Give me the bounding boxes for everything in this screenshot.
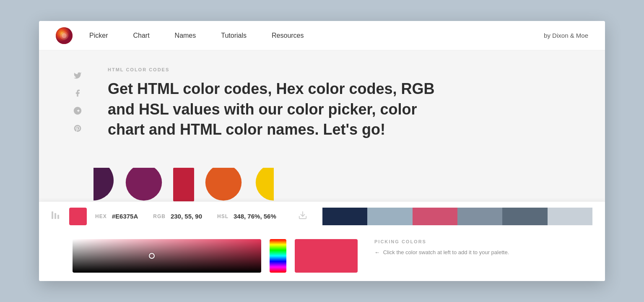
color-picker-bar: HEX #E6375A RGB 230, 55, 90 HSL 348, 76%… [39,201,605,231]
bottom-section: PICKING COLORS ← Click the color swatch … [39,231,605,281]
nav-item-chart[interactable]: Chart [133,32,149,39]
svg-rect-12 [55,213,56,219]
gradient-cursor[interactable] [149,253,155,259]
googleplus-icon[interactable] [73,106,83,116]
picking-arrow: ← [374,249,380,255]
svg-point-8 [205,168,242,200]
nav-links: Picker Chart Names Tutorials Resources [89,32,544,39]
picking-info: PICKING COLORS ← Click the color swatch … [366,239,571,273]
svg-point-3 [62,33,67,38]
picking-label: PICKING COLORS [374,239,571,244]
picking-desc: ← Click the color swatch at left to add … [374,248,571,257]
rgb-value: 230, 55, 90 [171,213,202,220]
main-content: HTML COLOR CODES Get HTML color codes, H… [39,50,605,281]
nav-item-resources[interactable]: Resources [272,32,304,39]
twitter-icon[interactable] [73,70,83,81]
hero-heading: Get HTML color codes, Hex color codes, R… [108,79,435,140]
hex-value: #E6375A [112,213,138,220]
nav-item-tutorials[interactable]: Tutorials [221,32,247,39]
rgb-label: RGB [153,213,166,219]
color-card-4 [253,168,295,201]
brand-credit: by Dixon & Moe [544,32,588,39]
hsl-info: HSL 348, 76%, 56% [217,213,276,220]
navbar: Picker Chart Names Tutorials Resources b… [39,21,605,50]
bars-icon [52,211,61,221]
color-card-0 [73,168,114,201]
color-card-1 [123,168,165,201]
palette-swatch-5[interactable] [548,208,592,225]
palette-swatch-0[interactable] [322,208,367,225]
facebook-icon[interactable] [73,88,83,98]
palette-swatch-3[interactable] [457,208,502,225]
color-card-3 [203,168,244,201]
svg-rect-11 [52,211,53,219]
hsl-label: HSL [217,213,229,219]
hsl-value: 348, 76%, 56% [234,213,276,220]
svg-point-6 [126,168,162,200]
color-card-2 [173,168,194,201]
palette-swatch-1[interactable] [367,208,412,225]
logo[interactable] [56,27,73,44]
nav-item-names[interactable]: Names [175,32,196,39]
picking-desc-text: Click the color swatch at left to add it… [383,249,509,255]
hero-section: HTML COLOR CODES Get HTML color codes, H… [39,50,605,155]
hex-label: HEX [95,213,107,219]
hue-bar[interactable] [270,239,286,273]
rgb-info: RGB 230, 55, 90 [153,213,202,220]
hero-label: HTML COLOR CODES [108,67,571,72]
color-cards-row [39,168,605,201]
social-sidebar [73,67,83,155]
svg-rect-5 [73,168,93,201]
svg-rect-13 [57,215,59,219]
svg-rect-10 [274,168,293,201]
main-color-swatch[interactable] [69,208,87,225]
color-preview [295,239,358,273]
palette-swatches [322,208,592,225]
hero-text: HTML COLOR CODES Get HTML color codes, H… [108,67,571,155]
color-gradient[interactable] [73,239,261,273]
svg-rect-7 [173,168,194,201]
download-icon[interactable] [298,211,307,222]
palette-swatch-2[interactable] [413,208,457,225]
pinterest-icon[interactable] [73,123,83,133]
hex-info: HEX #E6375A [95,213,138,220]
palette-swatch-4[interactable] [502,208,547,225]
nav-item-picker[interactable]: Picker [89,32,108,39]
browser-window: Picker Chart Names Tutorials Resources b… [39,21,605,281]
